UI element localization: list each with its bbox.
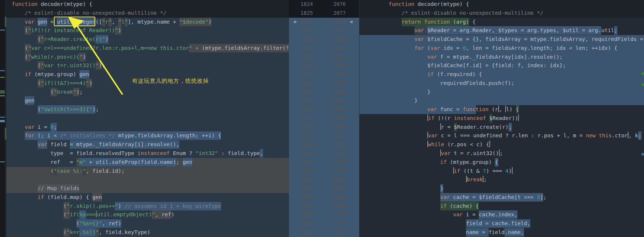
code-line[interactable]: var field = mtype._fieldsArray[i].resolv…: [6, 140, 289, 149]
code-token: "int32": [196, 149, 218, 158]
code-line[interactable]: if (mtype.group) {: [359, 158, 644, 167]
code-token: k=r: [70, 228, 79, 237]
left-editor-pane[interactable]: function decoder(mtype) { /* eslint-disa…: [6, 0, 289, 237]
code-line[interactable]: var $Reader = arg.Reader, $types = arg.t…: [359, 26, 644, 35]
fold-expand-icon[interactable]: »: [293, 18, 297, 27]
code-token: t = r.uint32(): [454, 149, 499, 158]
code-line[interactable]: ("switch(t>>>3){");: [6, 105, 289, 114]
code-line[interactable]: var cache = $fieldCache[t >>> 3];: [359, 193, 644, 202]
code-token: (: [25, 53, 28, 61]
code-token: r: [105, 18, 109, 26]
code-line[interactable]: }: [359, 184, 644, 193]
code-line[interactable]: ("r.skip().pos++") // assumes id 1 + key…: [6, 202, 289, 211]
code-line[interactable]: }: [359, 96, 644, 105]
code-line[interactable]: /* eslint-disable no-unexpected-multilin…: [359, 9, 644, 18]
line-number-right: 2097: [333, 184, 346, 193]
gutter-row: 18272079: [289, 26, 359, 35]
code-line[interactable]: ("if(!(r instanceof Reader))"): [6, 26, 289, 35]
code-line[interactable]: var i = 0;: [6, 123, 289, 132]
line-number-right: 2094: [333, 158, 346, 167]
line-number-right: 2082: [333, 53, 346, 62]
code-token: Enum ?: [170, 149, 196, 158]
code-line[interactable]: gen: [6, 96, 289, 105]
code-line[interactable]: [6, 175, 289, 184]
code-line[interactable]: var f = mtype._fieldsArray[idx].resolve(…: [359, 53, 644, 62]
code-token: cache.index,: [479, 210, 517, 219]
code-line[interactable]: var func = function (r, l) {: [359, 105, 644, 114]
code-line[interactable]: ("case %i:", field.id);: [6, 167, 289, 176]
scrollbar-change-marker: [641, 83, 644, 86]
code-line[interactable]: while (r.pos < c) {: [359, 140, 644, 149]
code-token: (arg): [453, 18, 469, 26]
code-line[interactable]: [6, 114, 289, 123]
code-token: ": [115, 202, 118, 210]
code-line[interactable]: field = cache.field,: [359, 219, 644, 228]
line-number-left: 1842: [300, 158, 313, 167]
code-line[interactable]: for (; i < /* initializes */ mtype.field…: [6, 131, 289, 140]
line-number-right: 2090: [333, 123, 346, 132]
code-token: if(!(r instanceof Reader)): [31, 26, 115, 35]
code-token: var: [453, 210, 466, 219]
code-line[interactable]: if (f.required) {: [359, 70, 644, 79]
code-token: while: [428, 140, 447, 149]
code-token: (f.required) {: [437, 70, 482, 79]
code-line[interactable]: ("break");: [6, 88, 289, 97]
annotation-note: 有这玩意儿的地方，统统改掉: [132, 78, 209, 85]
code-token: {: [469, 18, 475, 26]
code-token: "switch(t>>>3){": [41, 105, 93, 114]
code-token: ": [66, 210, 70, 219]
code-line[interactable]: return function (arg) {: [359, 18, 644, 27]
line-number-right: 2093: [333, 149, 346, 158]
code-line[interactable]: requiredFields.push(f);: [359, 79, 644, 88]
code-token: ": [86, 79, 89, 87]
code-line[interactable]: ref = "m" + util.safeProp(field.name); g…: [6, 158, 289, 167]
line-number-left: 1833: [300, 79, 313, 88]
code-line[interactable]: function decoder(mtype) {: [6, 0, 289, 9]
code-line[interactable]: function decoder(mtype) {: [359, 0, 644, 9]
code-line[interactable]: /* eslint-disable no-unexpected-multilin…: [6, 9, 289, 18]
code-line[interactable]: r = $Reader.create(r);: [359, 123, 644, 132]
code-line[interactable]: type = field.resolvedType instanceof Enu…: [6, 149, 289, 158]
code-token: ": [66, 202, 70, 210]
code-line[interactable]: ("%s={}", ref): [6, 219, 289, 228]
code-line[interactable]: ("if(%s===util.emptyObject)", ref): [6, 210, 289, 219]
code-token: Reader.create(r): [457, 123, 509, 131]
gutter-row: 18442096: [289, 175, 359, 184]
code-token: decoder(mtype) {: [38, 0, 92, 8]
code-line[interactable]: }: [359, 88, 644, 97]
code-line[interactable]: var t = r.uint32();: [359, 149, 644, 158]
code-token: ;: [483, 175, 487, 184]
code-line[interactable]: for (var idx = 0, len = fieldsArray.leng…: [359, 44, 644, 53]
code-token: ": [83, 167, 86, 175]
code-token: ": [96, 228, 99, 237]
code-line[interactable]: ("var t=r.uint32()");: [6, 61, 289, 70]
code-line[interactable]: if (!(r instanceof $Reader)): [359, 114, 644, 123]
code-line[interactable]: ("while(r.pos<c){"): [6, 53, 289, 62]
code-line[interactable]: var c = l === undefined ? r.len : r.pos …: [359, 131, 644, 140]
code-line[interactable]: if (cache) {: [359, 202, 644, 211]
code-line[interactable]: ("var c=l===undefined?r.len:r.pos+l,m=ne…: [6, 44, 289, 53]
code-line[interactable]: $fieldCache[f.id] = {field: f, index: id…: [359, 61, 644, 70]
code-token: var t=r.uint32(): [44, 61, 96, 70]
code-token: [12, 53, 25, 61]
code-line[interactable]: ("k=r.%s()", field.keyType): [6, 228, 289, 237]
code-token: var: [12, 123, 38, 131]
code-token: .name,: [504, 228, 524, 237]
code-token: while(r.pos<c){: [31, 53, 79, 61]
code-line[interactable]: if ((t & 7) === 4): [359, 167, 644, 176]
code-line[interactable]: ("r=Reader.create(r)"): [6, 35, 289, 44]
code-line[interactable]: name = field.name,: [359, 228, 644, 237]
right-editor-pane[interactable]: function decoder(mtype) { /* eslint-disa…: [359, 0, 644, 237]
code-line[interactable]: break;: [359, 175, 644, 184]
vcs-change-marker: [0, 120, 5, 122]
fold-collapse-icon[interactable]: «: [350, 18, 353, 27]
code-token: ): [509, 167, 512, 175]
code-line[interactable]: var $fieldCache = {}, fieldsArray = mtyp…: [359, 35, 644, 44]
code-token: {: [516, 105, 519, 114]
code-line[interactable]: // Map fields: [6, 184, 289, 193]
code-line[interactable]: if (field.map) { gen: [6, 193, 289, 202]
line-number-right: 2077: [333, 9, 346, 18]
code-token: requiredFields.push(f);: [389, 79, 514, 87]
code-line[interactable]: var gen = util.codegen(["r", "l"], mtype…: [6, 18, 289, 27]
code-line[interactable]: var i = cache.index,: [359, 210, 644, 219]
